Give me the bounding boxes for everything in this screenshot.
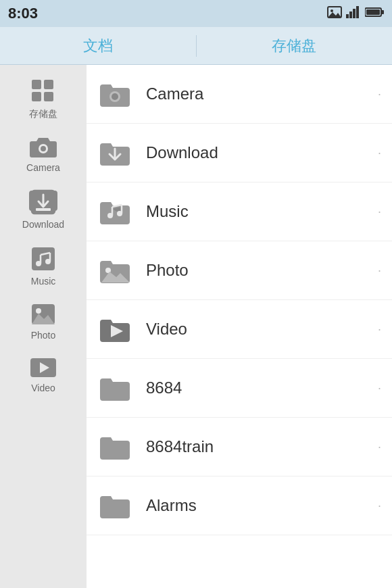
camera-folder-icon [97,76,132,112]
sidebar-item-video[interactable]: Video [0,349,87,399]
file-8684train-name: 8684train [146,437,378,456]
battery-icon [365,7,384,20]
file-alarms-name: Alarms [146,496,378,515]
svg-rect-13 [32,92,41,101]
status-bar: 8:03 [0,0,392,27]
file-item-photo[interactable]: Photo · [87,241,392,300]
file-8684-name: 8684 [146,378,378,397]
file-download-name: Download [146,143,378,162]
svg-point-26 [36,308,41,314]
folder-8684train-icon [97,429,132,464]
sidebar-camera-icon [29,135,57,160]
svg-rect-12 [44,80,53,89]
file-video-name: Video [146,320,378,339]
svg-rect-14 [44,92,53,101]
file-item-music[interactable]: Music · [87,182,392,241]
svg-rect-9 [381,10,384,14]
camera-arrow: · [378,87,381,101]
sidebar: 存储盘 Camera [0,65,87,588]
alarms-arrow: · [378,499,381,513]
sidebar-storage-label: 存储盘 [29,108,57,120]
tab-storage[interactable]: 存储盘 [197,27,393,64]
svg-rect-7 [360,6,361,18]
svg-point-37 [117,211,122,216]
file-item-download[interactable]: Download · [87,124,392,182]
svg-point-36 [107,213,113,218]
sidebar-item-photo[interactable]: Photo [0,295,87,346]
svg-point-31 [112,93,118,100]
storage-icon [29,77,57,105]
svg-point-24 [45,259,51,264]
main-content: 存储盘 Camera [0,65,392,588]
image-icon [327,6,342,21]
sidebar-photo-label: Photo [31,330,56,341]
sidebar-download-label: Download [22,219,64,230]
signal-icon [346,6,361,21]
video-folder-icon [97,312,132,347]
svg-rect-11 [32,80,41,89]
tab-bar: 文档 存储盘 [0,27,392,65]
tab-documents-label: 文档 [83,36,113,56]
sidebar-video-label: Video [31,383,55,393]
photo-folder-icon [97,253,132,288]
sidebar-download-icon [29,188,57,216]
svg-rect-5 [353,9,356,18]
svg-rect-19 [36,208,51,211]
file-music-name: Music [146,202,378,221]
video-arrow: · [378,322,381,337]
file-photo-name: Photo [146,261,378,280]
folder-alarms-icon [97,488,132,523]
file-camera-name: Camera [146,84,378,103]
photo-arrow: · [378,264,381,278]
sidebar-music-label: Music [31,276,56,287]
8684train-arrow: · [378,440,381,454]
svg-rect-6 [356,6,359,18]
sidebar-item-camera[interactable]: Camera [0,128,87,178]
sidebar-item-music[interactable]: Music [0,238,87,292]
download-arrow: · [378,146,381,160]
8684-arrow: · [378,381,381,395]
svg-rect-10 [366,9,380,15]
file-item-camera[interactable]: Camera · [87,65,392,124]
download-folder-icon [97,135,132,170]
music-folder-icon [97,194,132,229]
svg-point-23 [36,261,41,266]
file-item-8684[interactable]: 8684 · [87,359,392,418]
sidebar-music-icon [29,245,57,273]
tab-documents[interactable]: 文档 [0,27,196,64]
sidebar-camera-label: Camera [26,162,60,173]
svg-point-1 [330,9,333,12]
sidebar-item-download[interactable]: Download [0,181,87,235]
sidebar-item-storage[interactable]: 存储盘 [0,70,87,126]
music-arrow: · [378,205,381,219]
file-item-8684train[interactable]: 8684train · [87,418,392,476]
file-item-alarms[interactable]: Alarms · [87,476,392,535]
file-item-video[interactable]: Video · [87,300,392,359]
status-icons [327,6,384,21]
folder-8684-icon [97,370,132,406]
svg-rect-4 [349,11,352,18]
file-list: Camera · Download · [87,65,392,588]
svg-rect-3 [346,14,349,18]
tab-storage-label: 存储盘 [272,36,316,56]
sidebar-video-icon [29,356,57,380]
svg-marker-2 [328,12,341,18]
sidebar-photo-icon [29,301,57,327]
svg-point-16 [41,146,46,151]
status-time: 8:03 [8,5,38,22]
